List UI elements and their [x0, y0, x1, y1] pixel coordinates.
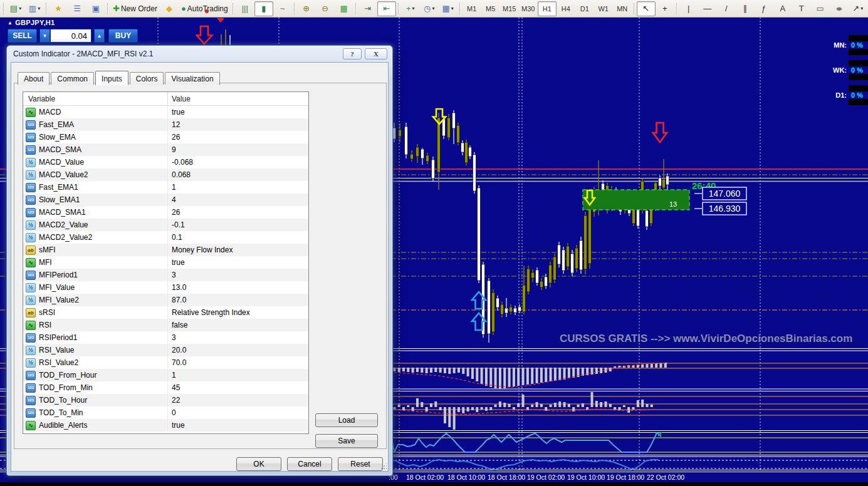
line-chart-button[interactable]: ~	[273, 1, 292, 16]
cursor-button[interactable]: ↖	[637, 1, 656, 16]
templates-button[interactable]: ▦▾	[439, 1, 458, 16]
periods-caret-icon[interactable]: ▾	[432, 6, 434, 11]
buy-button[interactable]: BUY	[108, 29, 138, 43]
zoom-in-button[interactable]: ⊕	[297, 1, 316, 16]
table-row[interactable]: 123MFIPeriod13	[23, 269, 308, 281]
tf-mn-button[interactable]: MN	[613, 1, 632, 16]
table-row[interactable]: ½MACD_Value20.068	[23, 168, 308, 181]
save-button[interactable]: Save	[315, 434, 378, 448]
indicators-button[interactable]: +▾	[401, 1, 420, 16]
variable-value[interactable]: 0.1	[168, 233, 182, 242]
table-row[interactable]: ½MACD_Value-0.068	[23, 156, 308, 168]
ellipse-button[interactable]: ●	[830, 1, 849, 16]
table-row[interactable]: ∿MACDtrue	[23, 106, 308, 118]
variable-value[interactable]: 26	[168, 133, 180, 142]
help-button[interactable]: ?	[343, 48, 362, 59]
variable-value[interactable]: 4	[168, 195, 176, 204]
crosshair-button[interactable]: +	[656, 1, 674, 16]
variable-value[interactable]: 1	[168, 371, 176, 380]
profiles-button[interactable]: ▥▾	[25, 1, 44, 16]
variable-value[interactable]: Relative Strength Index	[168, 308, 250, 317]
trendline-button[interactable]: /	[717, 1, 736, 16]
fibonacci-button[interactable]: ƒ	[755, 1, 773, 16]
table-row[interactable]: ½RSI_Value270.0	[23, 356, 308, 369]
variable-value[interactable]: 22	[168, 396, 180, 405]
table-row[interactable]: absRSIRelative Strength Index	[23, 306, 308, 319]
variable-value[interactable]: 45	[168, 383, 180, 392]
tf-h4-button[interactable]: H4	[557, 1, 575, 16]
table-row[interactable]: 123TOD_To_Min0	[23, 406, 308, 419]
volume-down-button[interactable]: ▼	[39, 29, 50, 43]
close-button[interactable]: X	[365, 48, 387, 59]
chart-shift-button[interactable]: ⇤	[377, 1, 396, 16]
favorites-button[interactable]: ★	[49, 1, 68, 16]
arrows-button[interactable]: ↗▾	[849, 1, 867, 16]
table-row[interactable]: 123Slow_EMA26	[23, 131, 308, 143]
table-row[interactable]: ∿Audible_Alertstrue	[23, 419, 308, 432]
tab-inputs[interactable]: Inputs	[95, 71, 128, 85]
variable-value[interactable]: 12	[168, 120, 180, 129]
table-row[interactable]: 123Slow_EMA14	[23, 194, 308, 206]
reset-button[interactable]: Reset	[338, 457, 383, 471]
table-row[interactable]: ∿MFItrue	[23, 256, 308, 269]
resize-grip[interactable]	[380, 463, 387, 470]
table-row[interactable]: ∿RSIfalse	[23, 319, 308, 331]
value-column-header[interactable]: Value	[168, 95, 191, 103]
table-row[interactable]: 123Fast_EMA11	[23, 181, 308, 194]
table-row[interactable]: 123MACD_SMA126	[23, 206, 308, 219]
table-row[interactable]: ½MFI_Value287.0	[23, 294, 308, 306]
tf-m15-button[interactable]: M15	[500, 1, 519, 16]
bar-chart-button[interactable]: |||	[236, 1, 254, 16]
variable-value[interactable]: 26	[168, 208, 180, 217]
table-row[interactable]: 123RSIPeriod13	[23, 331, 308, 344]
variable-value[interactable]: -0.068	[168, 158, 193, 167]
dialog-titlebar[interactable]: Custom Indicator - 2MACD_MFI_RSI v2.1 ? …	[7, 46, 392, 62]
variable-value[interactable]: 13.0	[168, 283, 186, 292]
channel-button[interactable]: ∥	[736, 1, 755, 16]
tab-colors[interactable]: Colors	[130, 72, 164, 85]
tf-m30-button[interactable]: M30	[519, 1, 538, 16]
ok-button[interactable]: OK	[236, 457, 281, 471]
zoom-out-button[interactable]: ⊖	[316, 1, 335, 16]
templates-caret-icon[interactable]: ▾	[451, 6, 454, 11]
periods-button[interactable]: ◷▾	[420, 1, 439, 16]
new-chart-caret-icon[interactable]: ▾	[19, 6, 21, 11]
variable-value[interactable]: 70.0	[168, 358, 186, 367]
variable-value[interactable]: 9	[168, 145, 176, 154]
load-button[interactable]: Load	[315, 413, 378, 427]
variable-value[interactable]: 0	[168, 408, 176, 417]
tab-visualization[interactable]: Visualization	[165, 72, 219, 85]
table-row[interactable]: ½MACD2_Value-0.1	[23, 219, 308, 231]
table-row[interactable]: 123TOD_From_Min45	[23, 381, 308, 394]
tab-common[interactable]: Common	[51, 72, 94, 85]
table-row[interactable]: ½MACD2_Value20.1	[23, 231, 308, 244]
variable-value[interactable]: 1	[168, 183, 176, 192]
collapse-triangle-icon[interactable]: ▲	[8, 20, 13, 26]
variable-value[interactable]: 3	[168, 271, 176, 279]
vertical-line-button[interactable]: |	[679, 1, 698, 16]
volume-input[interactable]	[50, 29, 92, 43]
auto-scroll-button[interactable]: ⇥	[358, 1, 377, 16]
candlesticks-button[interactable]: ▮	[254, 1, 273, 16]
variable-value[interactable]: 20.0	[168, 346, 186, 354]
table-row[interactable]: 123Fast_EMA12	[23, 118, 308, 131]
text-button[interactable]: A	[773, 1, 792, 16]
table-row[interactable]: 123TOD_To_Hour22	[23, 394, 308, 406]
label-button[interactable]: T	[792, 1, 811, 16]
horizontal-line-button[interactable]: —	[698, 1, 717, 16]
new-order-button[interactable]: ✚New Order	[110, 1, 160, 16]
variable-value[interactable]: 3	[168, 333, 176, 342]
tab-about[interactable]: About	[18, 72, 50, 85]
variable-value[interactable]: -0.1	[168, 220, 185, 229]
table-row[interactable]: absMFIMoney Flow Index	[23, 244, 308, 256]
sell-button[interactable]: SELL	[8, 29, 37, 43]
variable-value[interactable]: true	[168, 258, 185, 267]
variable-value[interactable]: true	[168, 108, 185, 116]
data-window-button[interactable]: ▣	[86, 1, 105, 16]
variable-column-header[interactable]: Variable	[23, 92, 168, 105]
new-chart-button[interactable]: ▤▾	[6, 1, 25, 16]
profiles-caret-icon[interactable]: ▾	[38, 6, 40, 11]
variable-value[interactable]: false	[168, 321, 187, 329]
tf-m1-button[interactable]: M1	[463, 1, 481, 16]
tile-windows-button[interactable]: ▦	[335, 1, 353, 16]
